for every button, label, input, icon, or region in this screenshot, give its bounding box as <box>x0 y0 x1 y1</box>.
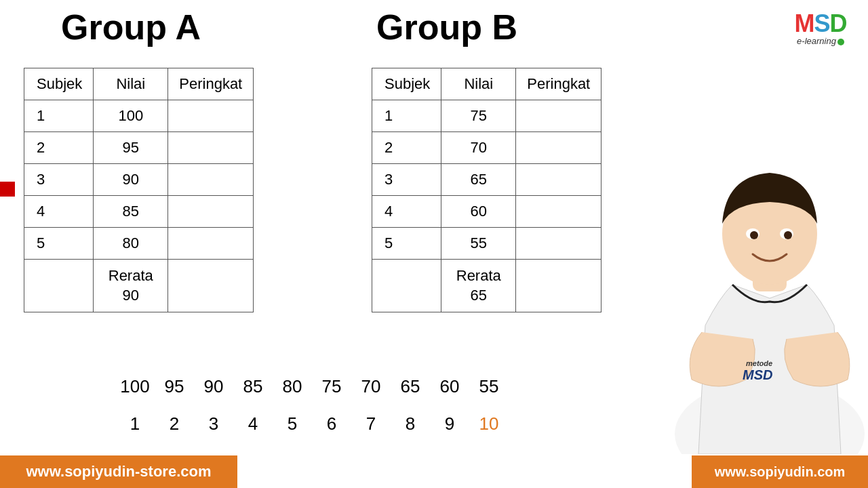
table-a-nilai-2: 95 <box>94 132 168 164</box>
table-a-nilai-5: 80 <box>94 228 168 260</box>
table-row: 3 90 <box>24 164 254 196</box>
banner-right: www.sopiyudin.com <box>692 455 868 488</box>
table-a-nilai-1: 100 <box>94 100 168 132</box>
table-a-subjek-1: 1 <box>24 100 94 132</box>
svg-text:metode: metode <box>746 359 772 367</box>
table-b-rerata: Rerata65 <box>441 260 516 312</box>
table-a-peringkat-2 <box>168 132 254 164</box>
table-b-peringkat-3 <box>516 164 601 196</box>
value-item-6: 70 <box>351 376 391 397</box>
table-b-subjek-4: 4 <box>372 196 441 228</box>
table-b-subjek-3: 3 <box>372 164 441 196</box>
table-b-peringkat-1 <box>516 100 601 132</box>
logo-d: D <box>830 9 847 37</box>
table-b-footer-peringkat <box>516 260 601 312</box>
banner-left: www.sopiyudin-store.com <box>0 455 237 488</box>
rank-item-1: 2 <box>155 413 194 434</box>
table-row: 4 85 <box>24 196 254 228</box>
table-row: 2 70 <box>372 132 601 164</box>
value-item-7: 65 <box>391 376 430 397</box>
table-b-peringkat-4 <box>516 196 601 228</box>
table-row: 2 95 <box>24 132 254 164</box>
table-a-footer-empty <box>24 260 94 312</box>
table-a-subjek-3: 3 <box>24 164 94 196</box>
table-a-subjek-5: 5 <box>24 228 94 260</box>
table-row: 3 65 <box>372 164 601 196</box>
rank-item-2: 3 <box>194 413 233 434</box>
table-b-col-peringkat: Peringkat <box>516 68 601 100</box>
svg-text:MSD: MSD <box>743 367 772 382</box>
table-row-footer: Rerata90 <box>24 260 254 312</box>
table-a-peringkat-3 <box>168 164 254 196</box>
logo-m: M <box>794 9 814 37</box>
logo-elearning: e-learning <box>797 36 844 46</box>
rank-item-6: 7 <box>351 413 391 434</box>
value-item-1: 95 <box>155 376 194 397</box>
rank-item-8: 9 <box>430 413 469 434</box>
group-b-title: Group B <box>376 7 517 47</box>
rank-item-7: 8 <box>391 413 430 434</box>
rank-item-5: 6 <box>312 413 351 434</box>
table-row-footer: Rerata65 <box>372 260 601 312</box>
table-a-subjek-4: 4 <box>24 196 94 228</box>
table-b-footer-empty <box>372 260 441 312</box>
table-b-col-subjek: Subjek <box>372 68 441 100</box>
group-a-title: Group A <box>61 7 201 47</box>
rank-item-9: 10 <box>469 413 509 434</box>
value-item-0: 100 <box>115 376 155 397</box>
logo-s: S <box>814 9 829 37</box>
table-b-subjek-1: 1 <box>372 100 441 132</box>
table-b-peringkat-2 <box>516 132 601 164</box>
table-a-nilai-3: 90 <box>94 164 168 196</box>
value-item-4: 80 <box>273 376 312 397</box>
table-group-a: Subjek Nilai Peringkat 1 100 2 95 3 90 4… <box>24 68 254 312</box>
value-item-2: 90 <box>194 376 233 397</box>
table-a-nilai-4: 85 <box>94 196 168 228</box>
table-a-rerata: Rerata90 <box>94 260 168 312</box>
table-row: 5 55 <box>372 228 601 260</box>
table-row: 5 80 <box>24 228 254 260</box>
value-item-3: 85 <box>233 376 273 397</box>
person-image: metode MSD <box>665 108 868 454</box>
table-row: 4 60 <box>372 196 601 228</box>
banner-right-text: www.sopiyudin.com <box>715 464 846 480</box>
table-group-b: Subjek Nilai Peringkat 1 75 2 70 3 65 4 … <box>372 68 601 312</box>
table-a-col-nilai: Nilai <box>94 68 168 100</box>
svg-point-6 <box>784 231 792 239</box>
value-item-8: 60 <box>430 376 469 397</box>
value-item-5: 75 <box>312 376 351 397</box>
rank-item-4: 5 <box>273 413 312 434</box>
table-b-col-nilai: Nilai <box>441 68 516 100</box>
banner-left-text: www.sopiyudin-store.com <box>26 463 212 481</box>
table-b-subjek-2: 2 <box>372 132 441 164</box>
table-a-col-subjek: Subjek <box>24 68 94 100</box>
rank-item-3: 4 <box>233 413 273 434</box>
value-item-9: 55 <box>469 376 509 397</box>
table-row: 1 100 <box>24 100 254 132</box>
person-svg: metode MSD <box>665 108 868 454</box>
values-row: 100959085807570656055 <box>115 376 509 397</box>
red-square-indicator <box>0 182 15 197</box>
table-b-nilai-3: 65 <box>441 164 516 196</box>
table-a-subjek-2: 2 <box>24 132 94 164</box>
ranks-row: 12345678910 <box>115 413 509 434</box>
table-a-col-peringkat: Peringkat <box>168 68 254 100</box>
rank-item-0: 1 <box>115 413 155 434</box>
table-b-nilai-1: 75 <box>441 100 516 132</box>
table-b-subjek-5: 5 <box>372 228 441 260</box>
table-b-peringkat-5 <box>516 228 601 260</box>
logo-area: MSD e-learning <box>780 3 861 54</box>
table-a-peringkat-5 <box>168 228 254 260</box>
table-a-peringkat-1 <box>168 100 254 132</box>
table-b-nilai-2: 70 <box>441 132 516 164</box>
table-row: 1 75 <box>372 100 601 132</box>
table-a-footer-peringkat <box>168 260 254 312</box>
table-b-nilai-5: 55 <box>441 228 516 260</box>
svg-point-5 <box>750 231 758 239</box>
table-b-nilai-4: 60 <box>441 196 516 228</box>
table-a-peringkat-4 <box>168 196 254 228</box>
